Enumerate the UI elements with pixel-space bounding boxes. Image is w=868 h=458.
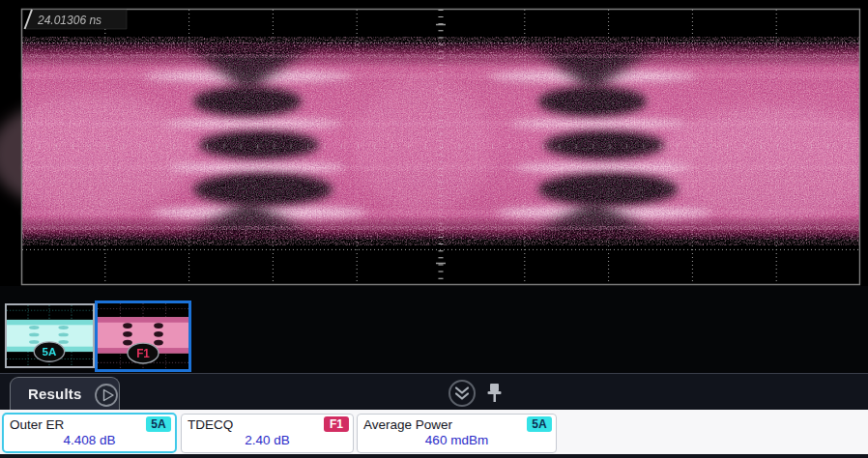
thumbnail-function-f1[interactable]: F1: [95, 301, 191, 372]
source-oval-f1: F1: [128, 343, 159, 363]
collapse-panel-button[interactable]: [448, 379, 477, 408]
measurement-card-outer-er[interactable]: Outer ER 5A 4.408 dB: [2, 413, 177, 453]
measurement-name: Average Power: [363, 417, 452, 432]
pushpin-icon: [488, 384, 502, 402]
eye-trace: [0, 37, 868, 245]
thumbnail-5a-label: 5A: [43, 345, 57, 358]
waveform-thumbnail-strip: 5A F1: [0, 286, 868, 373]
measurement-card-tdecq[interactable]: TDECQ F1 2.40 dB: [181, 414, 354, 453]
thumbnail-f1-eye-image: F1: [98, 303, 188, 369]
measurement-name: TDECQ: [188, 417, 233, 432]
eye-diagram-display[interactable]: 24.01306 ns: [0, 0, 868, 286]
results-tab[interactable]: Results: [10, 377, 120, 411]
measurement-name: Outer ER: [10, 417, 64, 432]
measurement-value: 4.408 dB: [4, 433, 175, 447]
source-badge-5a: 5A: [527, 416, 552, 432]
measurement-value: 460 mdBm: [358, 433, 556, 447]
eye-diagram-plot: 24.01306 ns: [0, 0, 868, 286]
thumbnail-channel-5a[interactable]: 5A: [5, 303, 95, 368]
timebase-label-tab: 24.01306 ns: [25, 10, 128, 29]
source-badge-f1: F1: [324, 416, 349, 432]
chevron-double-down-icon: [456, 388, 468, 399]
results-panel-bar: Results: [0, 373, 868, 410]
source-oval-5a: 5A: [34, 342, 64, 361]
measurement-results-row: Outer ER 5A 4.408 dB TDECQ F1 2.40 dB Av…: [0, 410, 868, 454]
pin-button[interactable]: [484, 382, 506, 407]
measurement-card-average-power[interactable]: Average Power 5A 460 mdBm: [357, 414, 557, 453]
source-badge-5a: 5A: [146, 416, 171, 432]
thumbnail-5a-eye-image: 5A: [7, 305, 93, 366]
timebase-value: 24.01306 ns: [37, 14, 101, 27]
thumbnail-f1-label: F1: [136, 347, 150, 360]
right-margin: [861, 0, 868, 286]
bottom-edge-strip: [0, 454, 868, 458]
scope-screen: 24.01306 ns 5A: [0, 0, 868, 458]
measurement-value: 2.40 dB: [182, 433, 353, 447]
play-button[interactable]: [94, 383, 119, 408]
results-tab-title: Results: [28, 386, 82, 402]
